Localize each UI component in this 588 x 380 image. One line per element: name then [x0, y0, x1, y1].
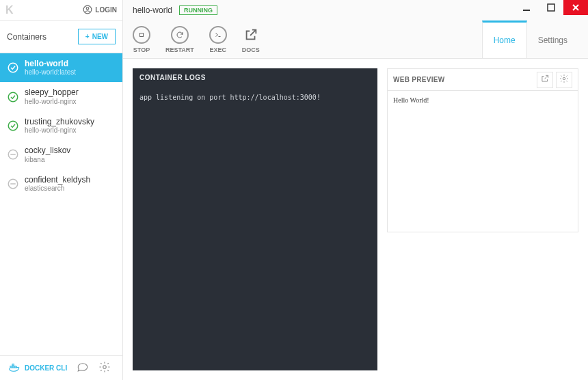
brand-logo: K — [5, 4, 14, 16]
tab-settings[interactable]: Settings — [527, 21, 578, 58]
stop-label: STOP — [133, 46, 150, 53]
window-minimize[interactable] — [514, 0, 539, 15]
container-image: hello-world:latest — [25, 68, 76, 77]
container-item-cocky-liskov[interactable]: cocky_liskov kibana — [0, 140, 122, 169]
feedback-button[interactable] — [77, 361, 89, 376]
window-close[interactable] — [563, 0, 588, 15]
restart-label: RESTART — [165, 46, 194, 53]
svg-rect-1 — [548, 4, 554, 11]
external-link-icon — [540, 74, 550, 86]
brand-row: K LOGIN — [0, 0, 122, 21]
container-item-confident-keldysh[interactable]: confident_keldysh elasticsearch — [0, 169, 122, 198]
svg-point-5 — [87, 7, 90, 10]
new-container-button[interactable]: + NEW — [78, 29, 116, 44]
status-stopped-icon — [7, 148, 19, 161]
svg-rect-15 — [14, 366, 16, 367]
external-link-icon — [242, 26, 260, 44]
status-running-icon — [7, 91, 19, 103]
svg-point-7 — [8, 92, 18, 102]
status-running-icon — [7, 120, 19, 132]
restart-button[interactable]: RESTART — [165, 26, 194, 53]
web-preview-panel: WEB PREVIEW Hello World! — [387, 68, 578, 232]
status-badge: RUNNING — [179, 5, 217, 15]
gear-icon — [559, 74, 569, 86]
svg-rect-14 — [12, 366, 14, 367]
svg-point-8 — [8, 121, 18, 131]
svg-point-19 — [563, 77, 565, 80]
container-item-sleepy-hopper[interactable]: sleepy_hopper hello-world-nginx — [0, 82, 122, 111]
window-controls — [514, 0, 588, 15]
window-maximize[interactable] — [539, 0, 563, 15]
tab-home[interactable]: Home — [482, 21, 527, 58]
sidebar-title: Containers — [7, 32, 46, 42]
terminal-icon — [209, 26, 227, 44]
exec-button[interactable]: EXEC — [209, 26, 227, 53]
new-label: NEW — [92, 33, 108, 40]
stop-icon — [133, 26, 150, 44]
login-button[interactable]: LOGIN — [83, 5, 117, 16]
container-logs-panel: CONTAINER LOGS app listening on port htt… — [133, 68, 377, 370]
status-stopped-icon — [7, 178, 19, 190]
svg-rect-16 — [12, 364, 14, 365]
preview-body: Hello World! — [388, 91, 578, 232]
chat-icon — [77, 364, 89, 375]
preferences-button[interactable] — [98, 361, 111, 376]
sidebar-header: Containers + NEW — [0, 21, 122, 53]
container-name: hello-world — [25, 59, 76, 68]
container-name: trusting_zhukovsky — [25, 117, 94, 126]
stop-button[interactable]: STOP — [133, 26, 150, 53]
whale-icon — [8, 362, 21, 375]
container-name: confident_keldysh — [25, 175, 90, 185]
container-image: elasticsearch — [25, 185, 90, 193]
logs-body[interactable]: app listening on port http://localhost:3… — [133, 87, 377, 370]
logs-header: CONTAINER LOGS — [133, 68, 377, 87]
container-image: kibana — [25, 156, 70, 164]
page-title: hello-world — [133, 5, 172, 15]
svg-point-17 — [103, 365, 107, 368]
container-item-hello-world[interactable]: hello-world hello-world:latest — [0, 53, 122, 82]
container-name: cocky_liskov — [25, 146, 70, 155]
preview-header: WEB PREVIEW — [393, 76, 445, 83]
container-item-trusting-zhukovsky[interactable]: trusting_zhukovsky hello-world-nginx — [0, 111, 122, 140]
login-label: LOGIN — [95, 6, 117, 14]
docs-label: DOCS — [242, 46, 260, 53]
container-name: sleepy_hopper — [25, 87, 79, 97]
gear-icon — [98, 364, 111, 375]
svg-point-6 — [8, 63, 18, 72]
svg-rect-18 — [140, 33, 144, 36]
container-image: hello-world-nginx — [25, 126, 94, 135]
container-image: hello-world-nginx — [25, 98, 79, 106]
docs-button[interactable]: DOCS — [242, 26, 260, 53]
toolbar: STOP RESTART EXEC DOCS H — [123, 21, 588, 59]
svg-rect-13 — [10, 366, 12, 367]
docker-cli-button[interactable]: DOCKER CLI — [8, 362, 67, 375]
status-running-icon — [7, 62, 19, 74]
open-external-button[interactable] — [537, 72, 553, 88]
containers-list: hello-world hello-world:latest sleepy_ho… — [0, 53, 122, 355]
user-icon — [83, 5, 92, 16]
plus-icon: + — [85, 33, 90, 40]
preview-settings-button[interactable] — [556, 72, 572, 88]
restart-icon — [171, 26, 189, 44]
tabs: Home Settings — [482, 21, 578, 58]
exec-label: EXEC — [210, 46, 227, 53]
docker-cli-label: DOCKER CLI — [25, 364, 67, 372]
bottom-bar: DOCKER CLI — [0, 355, 122, 380]
